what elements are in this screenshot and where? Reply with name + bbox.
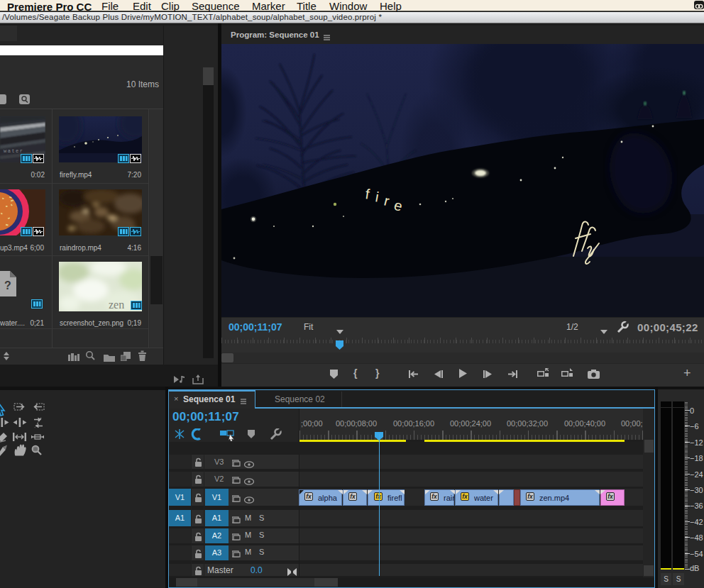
svg-text:zen: zen <box>109 299 124 311</box>
svg-text:?: ? <box>4 279 11 292</box>
